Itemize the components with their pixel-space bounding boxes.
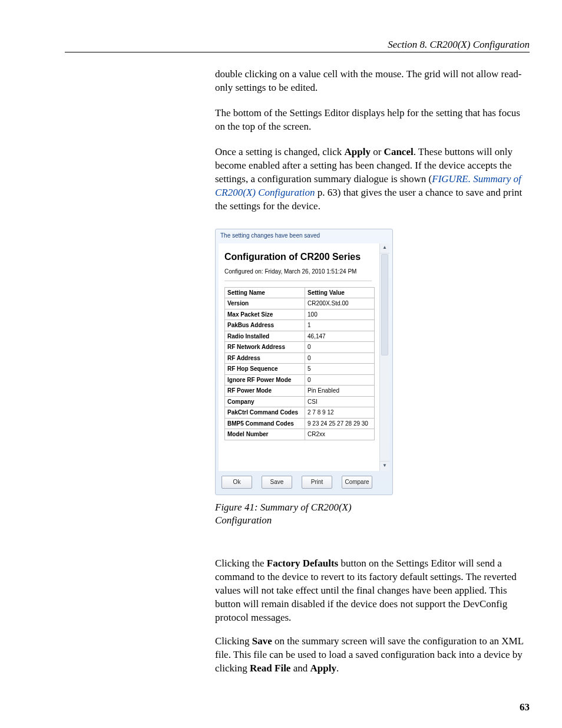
- dialog-body: Configuration of CR200 Series Configured…: [219, 243, 389, 471]
- table-row: RF Power ModePin Enabled: [225, 386, 375, 397]
- table-row: RF Hop Sequence5: [225, 364, 375, 375]
- text: or: [371, 146, 384, 157]
- cell-name: Version: [225, 298, 305, 309]
- dialog-titlebar: The setting changes have been saved: [216, 229, 392, 243]
- compare-button[interactable]: Compare: [342, 476, 372, 489]
- header-rule: [65, 52, 530, 52]
- cell-name: PakCtrl Command Codes: [225, 407, 305, 419]
- divider: [224, 281, 372, 281]
- cell-value: 1: [305, 320, 375, 331]
- dialog-subheading: Configured on: Friday, March 26, 2010 1:…: [224, 268, 389, 276]
- section-header: Section 8. CR200(X) Configuration: [65, 38, 530, 52]
- read-file-word: Read File: [250, 663, 290, 674]
- dialog-window: The setting changes have been saved Conf…: [215, 229, 393, 495]
- paragraph: Clicking Save on the summary screen will…: [215, 635, 529, 676]
- table-row: Ignore RF Power Mode0: [225, 374, 375, 386]
- dialog-button-bar: Ok Save Print Compare: [216, 472, 392, 495]
- cell-value: 5: [305, 364, 375, 375]
- apply-word: Apply: [310, 663, 336, 674]
- ok-button[interactable]: Ok: [222, 476, 252, 489]
- cell-name: BMP5 Command Codes: [225, 418, 305, 429]
- table-row: PakCtrl Command Codes2 7 8 9 12: [225, 407, 375, 419]
- cell-value: CR2xx: [305, 429, 375, 440]
- cell-name: RF Network Address: [225, 342, 305, 353]
- cancel-word: Cancel: [384, 146, 414, 157]
- cell-value: Pin Enabled: [305, 386, 375, 397]
- table-row: Radio Installed46,147: [225, 331, 375, 342]
- paragraph: The bottom of the Settings Editor displa…: [215, 107, 529, 134]
- table-row: BMP5 Command Codes9 23 24 25 27 28 29 30: [225, 418, 375, 429]
- cell-name: Max Packet Size: [225, 309, 305, 320]
- save-button[interactable]: Save: [262, 476, 292, 489]
- cell-name: Radio Installed: [225, 331, 305, 342]
- cell-name: PakBus Address: [225, 320, 305, 331]
- text: Clicking the: [215, 558, 267, 569]
- cell-value: 100: [305, 309, 375, 320]
- triangle-up-icon: ▲: [382, 245, 387, 251]
- cell-name: RF Address: [225, 353, 305, 364]
- cell-value: 0: [305, 342, 375, 353]
- table-row: RF Address0: [225, 353, 375, 364]
- table-row: VersionCR200X.Std.00: [225, 298, 375, 309]
- cell-value: 0: [305, 374, 375, 386]
- table-header-row: Setting Name Setting Value: [225, 287, 375, 298]
- scroll-up-button[interactable]: ▲: [380, 243, 389, 253]
- cell-value: CSI: [305, 396, 375, 407]
- col-setting-value: Setting Value: [305, 287, 375, 298]
- settings-table: Setting Name Setting Value VersionCR200X…: [224, 287, 375, 440]
- paragraph: double clicking on a value cell with the…: [215, 68, 529, 95]
- paragraph: Once a setting is changed, click Apply o…: [215, 146, 529, 213]
- cell-name: RF Power Mode: [225, 386, 305, 397]
- figure-caption: Figure 41: Summary of CR200(X) Configura…: [215, 501, 392, 528]
- body-text-bottom: Clicking the Factory Defaults button on …: [215, 547, 529, 686]
- manual-page: Section 8. CR200(X) Configuration double…: [0, 0, 562, 728]
- figure: The setting changes have been saved Conf…: [215, 229, 392, 528]
- text: .: [336, 663, 339, 674]
- cell-name: Model Number: [225, 429, 305, 440]
- apply-word: Apply: [345, 146, 371, 157]
- cell-value: 46,147: [305, 331, 375, 342]
- table-row: Max Packet Size100: [225, 309, 375, 320]
- table-row: Model NumberCR2xx: [225, 429, 375, 440]
- factory-defaults-word: Factory Defaults: [267, 558, 338, 569]
- paragraph: Clicking the Factory Defaults button on …: [215, 557, 529, 625]
- cell-value: 9 23 24 25 27 28 29 30: [305, 418, 375, 429]
- text: and: [290, 663, 310, 674]
- table-row: PakBus Address1: [225, 320, 375, 331]
- page-number: 63: [520, 701, 530, 714]
- body-text-top: double clicking on a value cell with the…: [215, 68, 529, 225]
- cell-name: Ignore RF Power Mode: [225, 374, 305, 386]
- cell-value: 0: [305, 353, 375, 364]
- table-row: RF Network Address0: [225, 342, 375, 353]
- scroll-down-button[interactable]: ▼: [380, 461, 389, 471]
- print-button[interactable]: Print: [302, 476, 332, 489]
- text: Once a setting is changed, click: [215, 146, 345, 157]
- save-word: Save: [252, 635, 272, 647]
- cell-name: RF Hop Sequence: [225, 364, 305, 375]
- table-row: CompanyCSI: [225, 396, 375, 407]
- text: Clicking: [215, 635, 252, 647]
- cell-value: 2 7 8 9 12: [305, 407, 375, 419]
- col-setting-name: Setting Name: [225, 287, 305, 298]
- cell-name: Company: [225, 396, 305, 407]
- scroll-thumb[interactable]: [381, 254, 388, 355]
- dialog-heading: Configuration of CR200 Series: [224, 251, 389, 263]
- scrollbar[interactable]: ▲ ▼: [379, 243, 389, 471]
- cell-value: CR200X.Std.00: [305, 298, 375, 309]
- triangle-down-icon: ▼: [382, 463, 387, 469]
